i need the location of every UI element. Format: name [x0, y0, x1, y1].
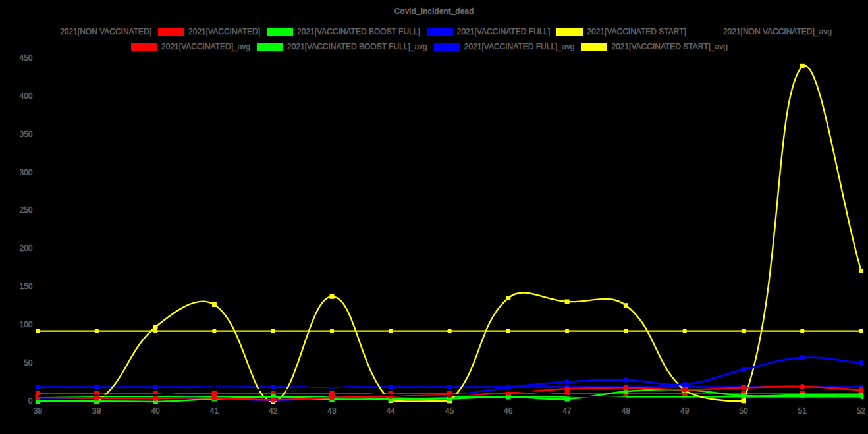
svg-text:0: 0: [28, 396, 33, 406]
svg-text:250: 250: [19, 205, 32, 215]
svg-text:48: 48: [622, 406, 631, 416]
svg-text:400: 400: [19, 92, 32, 101]
svg-text:47: 47: [562, 406, 572, 416]
svg-text:43: 43: [327, 406, 337, 416]
svg-text:100: 100: [19, 320, 32, 329]
svg-text:50: 50: [24, 358, 33, 367]
svg-text:39: 39: [92, 406, 101, 416]
svg-text:200: 200: [19, 244, 32, 253]
svg-text:350: 350: [19, 130, 32, 139]
svg-text:44: 44: [387, 406, 396, 416]
svg-text:42: 42: [269, 406, 278, 416]
svg-text:38: 38: [34, 406, 43, 416]
svg-text:49: 49: [680, 406, 690, 416]
svg-text:40: 40: [151, 406, 160, 416]
svg-text:150: 150: [19, 282, 32, 291]
svg-text:450: 450: [19, 53, 32, 63]
svg-text:45: 45: [445, 406, 454, 416]
svg-text:50: 50: [739, 406, 748, 416]
svg-text:51: 51: [798, 406, 807, 416]
svg-text:52: 52: [857, 406, 866, 416]
svg-text:41: 41: [210, 406, 219, 416]
svg-text:300: 300: [19, 168, 32, 177]
svg-text:46: 46: [504, 406, 513, 416]
